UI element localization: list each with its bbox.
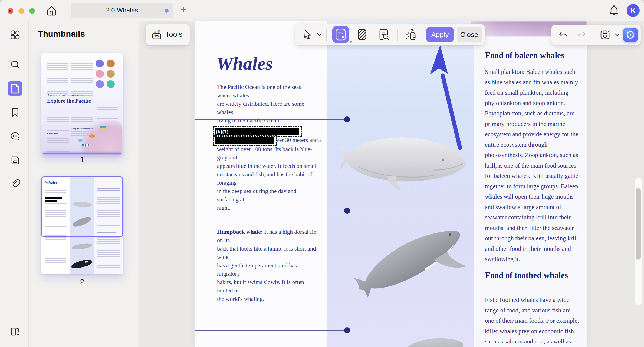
baleen-paragraph: Small plankton: Baleen whales such as bl… — [485, 67, 588, 265]
humpback-whale-image — [349, 211, 474, 308]
humpback-label: Humpback whale: — [217, 229, 263, 235]
section-dot — [344, 327, 350, 333]
save-icon — [599, 29, 611, 41]
blue-whale-line: ver 30 meters and a — [276, 136, 322, 144]
redact-text-tool-button[interactable] — [332, 26, 349, 43]
comment-icon — [9, 131, 21, 142]
redact-text-icon — [332, 26, 349, 43]
redaction-mark-2[interactable] — [213, 135, 277, 146]
cursor-icon — [301, 28, 314, 41]
heading-food-of-toothed-whales: Food of toothed whales — [485, 271, 568, 280]
redo-button[interactable] — [576, 29, 587, 40]
thumb1-tagline: Magical creatures of the sea. — [48, 93, 121, 97]
doc-title: Whales — [216, 53, 273, 74]
scrollbar-thumb[interactable] — [636, 188, 641, 260]
home-button[interactable] — [45, 5, 57, 17]
sidebar-item-search[interactable] — [9, 59, 21, 71]
save-button[interactable] — [599, 29, 611, 41]
redact-area-icon — [355, 28, 369, 42]
thumb1-bottom-glow — [43, 153, 121, 154]
tools-label: Tools — [165, 30, 182, 39]
thumbnail-text-lines — [45, 254, 66, 269]
page-number-1: 1 — [41, 156, 123, 164]
thumbnail-page-2[interactable]: Whales — [41, 176, 123, 274]
sidebar-item-thumbnails[interactable] — [8, 81, 22, 96]
thumb2-viewport-outline — [41, 176, 123, 237]
coral-art — [107, 80, 115, 88]
toolbar-divider — [326, 29, 327, 41]
coral-art — [96, 80, 104, 88]
panel-title: Thumbnails — [38, 29, 85, 39]
fish-art — [89, 134, 95, 138]
sidebar-item-page-tools[interactable] — [9, 326, 21, 337]
fish-art — [100, 126, 107, 129]
minimize-window-button[interactable] — [18, 8, 24, 14]
avatar[interactable]: K — [627, 4, 640, 17]
section-dot — [344, 208, 350, 214]
home-icon — [45, 5, 57, 17]
thumbnail-text-lines — [71, 61, 93, 96]
heading-food-of-baleen-whales: Food of baleen whales — [485, 51, 564, 60]
column-divider — [327, 21, 327, 347]
close-window-button[interactable] — [8, 8, 13, 14]
rail-panel-divider — [28, 21, 29, 347]
select-tool-dropdown[interactable] — [316, 32, 323, 37]
tool-options-dot — [350, 41, 352, 43]
document-tab[interactable]: 2.0-Whales — [71, 3, 173, 18]
pdf-page: Whales The Pacific Ocean is one of the s… — [195, 21, 587, 347]
thumb1-subheading-coral-reef: Coral Reef — [47, 132, 58, 135]
thumbnail-text-lines — [47, 111, 69, 131]
bell-icon — [608, 5, 620, 16]
sanitize-tool-button[interactable] — [403, 27, 418, 42]
page-number-2: 2 — [41, 278, 123, 286]
redact-toolbar: Apply Close — [295, 24, 485, 45]
select-tool-button[interactable] — [301, 28, 314, 41]
coral-art — [96, 70, 104, 78]
notifications-button[interactable] — [608, 5, 620, 16]
sidebar-item-attachments[interactable] — [9, 178, 21, 189]
redact-area-tool-button[interactable] — [355, 28, 369, 42]
title-bar: 2.0-Whales + K — [0, 0, 644, 21]
section-rule — [195, 119, 347, 120]
section-rule — [195, 211, 347, 211]
unsaved-changes-dot — [165, 9, 169, 13]
history-save-toolbar — [551, 25, 641, 45]
new-tab-button[interactable]: + — [180, 4, 186, 16]
toothed-paragraph: Fish: Toothed whales have a wide range o… — [485, 295, 588, 347]
search-redact-tool-button[interactable] — [377, 28, 391, 42]
sidebar-divider — [10, 49, 21, 49]
chevron-down-icon — [316, 32, 323, 37]
zoom-window-button[interactable] — [29, 8, 35, 14]
close-button[interactable]: Close — [457, 27, 482, 42]
sidebar-item-bookmarks[interactable] — [9, 107, 21, 118]
apply-button[interactable]: Apply — [426, 27, 454, 42]
bookmark-icon — [9, 107, 21, 118]
toolbar-divider — [423, 29, 423, 41]
thumb1-heading: Explore the Pacific — [47, 98, 123, 104]
doc-intro: The Pacific Ocean is one of the seas whe… — [217, 83, 314, 125]
form-page-icon — [9, 154, 21, 166]
tools-button[interactable]: Tools — [146, 24, 190, 45]
undo-button[interactable] — [558, 29, 569, 40]
thumbnail-text-lines — [47, 136, 69, 152]
search-icon — [9, 59, 21, 71]
sidebar-item-comments[interactable] — [9, 131, 21, 142]
page-thumbnails-icon — [8, 81, 22, 96]
coral-art — [107, 70, 115, 78]
sidebar-item-overview[interactable] — [9, 29, 21, 41]
toolbar-divider — [397, 29, 398, 41]
sidebar-item-fields[interactable] — [9, 154, 21, 166]
save-dropdown[interactable] — [614, 32, 620, 38]
undo-icon — [558, 29, 569, 40]
blue-whale-paragraph: weight of over 100 tons. Its back is blu… — [217, 145, 317, 212]
coral-art — [107, 60, 115, 67]
ai-assistant-button[interactable] — [623, 28, 638, 42]
sperm-whale-label: Sperm whale: — [217, 346, 251, 347]
ai-swirl-icon — [623, 28, 638, 42]
paperclip-icon — [9, 178, 21, 189]
redaction-exemption-code: (k)(1) — [216, 129, 228, 135]
humpback-paragraph: Humpback whale: It has a high dorsal fin… — [217, 219, 317, 303]
thumbnail-page-1[interactable]: Magical creatures of the sea. Explore th… — [41, 53, 123, 156]
gray-whale-image — [405, 337, 463, 347]
grid-icon — [9, 29, 21, 41]
